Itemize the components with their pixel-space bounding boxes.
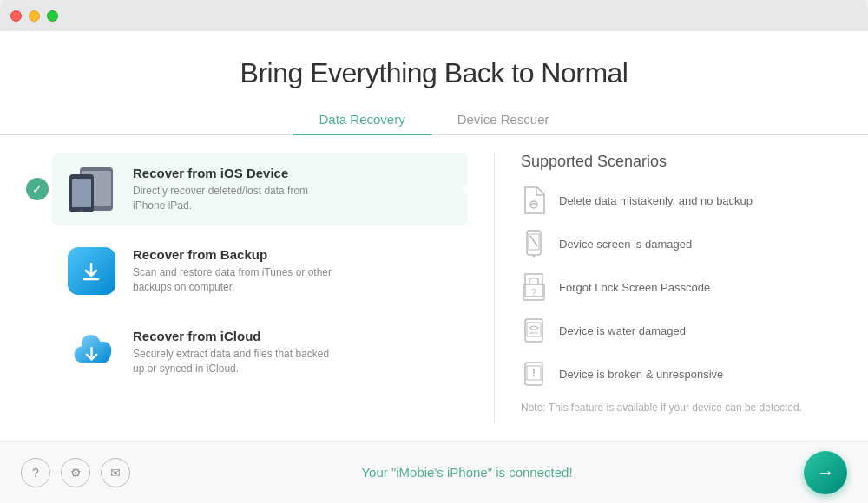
scenario-screen: Device screen is damaged — [521, 228, 816, 259]
close-button[interactable] — [10, 10, 22, 22]
status-text: Your "iMobie's iPhone" is connected! — [130, 465, 804, 480]
svg-text:?: ? — [531, 287, 536, 297]
scenario-passcode: ? Forgot Lock Screen Passcode — [521, 271, 816, 303]
svg-point-4 — [80, 209, 83, 212]
backup-text: Recover from Backup Scan and restore dat… — [133, 247, 341, 295]
left-panel: ✓ Recover from iOS Device Directly recov — [52, 153, 468, 423]
title-bar — [0, 0, 868, 31]
settings-button[interactable]: ⚙ — [61, 458, 90, 487]
page-title: Bring Everything Back to Normal — [17, 57, 851, 89]
scenario-delete-text: Delete data mistakenly, and no backup — [559, 194, 753, 207]
alert-icon: ! — [521, 358, 547, 389]
mail-button[interactable]: ✉ — [101, 458, 130, 487]
svg-point-9 — [533, 255, 536, 258]
scenario-passcode-text: Forgot Lock Screen Passcode — [559, 281, 710, 294]
tab-device-rescuer[interactable]: Device Rescuer — [431, 105, 575, 135]
note-text: Note: This feature is available if your … — [521, 402, 816, 414]
scenario-delete: Delete data mistakenly, and no backup — [521, 185, 816, 216]
right-panel: Supported Scenarios Delete data mistaken… — [521, 153, 816, 423]
lock-question-icon: ? — [521, 271, 547, 303]
option-ios-device[interactable]: ✓ Recover from iOS Device Directly recov — [52, 153, 468, 225]
tab-bar: Data Recovery Device Rescuer — [0, 105, 868, 135]
main-content: Bring Everything Back to Normal Data Rec… — [0, 31, 868, 441]
water-icon — [521, 315, 547, 346]
scenario-broken-text: Device is broken & unresponsive — [559, 368, 723, 381]
check-icon: ✓ — [26, 178, 49, 200]
backup-icon — [65, 245, 117, 297]
scenario-broken: ! Device is broken & unresponsive — [521, 358, 816, 389]
file-x-icon — [521, 185, 547, 216]
option-icloud[interactable]: Recover from iCloud Securely extract dat… — [52, 316, 468, 389]
ios-device-text: Recover from iOS Device Directly recover… — [133, 166, 341, 213]
content-area: ✓ Recover from iOS Device Directly recov — [0, 135, 868, 441]
arrow-right-icon: → — [817, 462, 834, 482]
bottom-bar: ? ⚙ ✉ Your "iMobie's iPhone" is connecte… — [0, 441, 868, 503]
option-backup[interactable]: Recover from Backup Scan and restore dat… — [52, 234, 468, 307]
next-button[interactable]: → — [804, 451, 847, 494]
scenarios-title: Supported Scenarios — [521, 153, 816, 171]
help-button[interactable]: ? — [21, 458, 50, 487]
svg-rect-3 — [72, 179, 91, 207]
tab-data-recovery[interactable]: Data Recovery — [293, 105, 431, 135]
scenario-screen-text: Device screen is damaged — [559, 238, 692, 251]
minimize-button[interactable] — [29, 10, 40, 22]
panel-divider — [494, 153, 495, 423]
ios-device-icon — [65, 163, 117, 215]
bottom-icons: ? ⚙ ✉ — [21, 458, 130, 487]
svg-text:!: ! — [532, 366, 536, 379]
icloud-text: Recover from iCloud Securely extract dat… — [133, 329, 341, 376]
header: Bring Everything Back to Normal — [0, 31, 868, 89]
svg-line-8 — [530, 236, 537, 246]
scenario-water: Device is water damaged — [521, 315, 816, 346]
icloud-icon — [65, 326, 117, 378]
maximize-button[interactable] — [47, 10, 58, 22]
scenario-water-text: Device is water damaged — [559, 324, 686, 337]
device-screen-icon — [521, 228, 547, 259]
